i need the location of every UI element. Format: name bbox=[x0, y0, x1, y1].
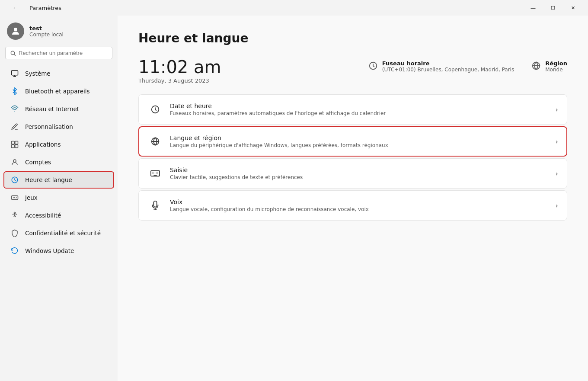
settings-desc-voix: Langue vocale, configuration du micropho… bbox=[170, 206, 556, 212]
settings-title-voix: Voix bbox=[170, 199, 556, 205]
settings-title-saisie: Saisie bbox=[170, 166, 556, 173]
clock-icon bbox=[368, 61, 378, 73]
svg-point-8 bbox=[13, 160, 16, 162]
nav-icon-windowsupdate bbox=[10, 247, 19, 255]
titlebar: ← Paramètres — ☐ ✕ bbox=[0, 0, 588, 16]
maximize-button[interactable]: ☐ bbox=[543, 1, 563, 15]
svg-point-11 bbox=[14, 212, 16, 214]
settings-item-langue-region[interactable]: Langue et région Langue du périphérique … bbox=[138, 126, 567, 157]
sidebar: test Compte local Système Bluetooth et a… bbox=[0, 16, 118, 381]
time-section: 11:02 am Thursday, 3 August 2023 bbox=[138, 58, 221, 84]
svg-point-0 bbox=[14, 28, 17, 31]
sidebar-item-bluetooth[interactable]: Bluetooth et appareils bbox=[3, 83, 114, 100]
current-date: Thursday, 3 August 2023 bbox=[138, 77, 221, 84]
svg-rect-5 bbox=[15, 141, 18, 144]
main-content: Heure et langue 11:02 am Thursday, 3 Aug… bbox=[118, 16, 588, 381]
nav-icon-heure bbox=[10, 176, 19, 184]
profile-name: test bbox=[29, 25, 64, 32]
nav-icon-confidentialite bbox=[10, 229, 19, 237]
minimize-button[interactable]: — bbox=[523, 1, 543, 15]
settings-icon-voix bbox=[147, 198, 163, 213]
sidebar-item-accessibilite[interactable]: Accessibilité bbox=[3, 207, 114, 224]
nav-icon-accessibilite bbox=[10, 211, 19, 220]
nav-label-confidentialite: Confidentialité et sécurité bbox=[25, 230, 101, 237]
nav-label-heure: Heure et langue bbox=[25, 176, 72, 183]
svg-rect-3 bbox=[12, 70, 18, 75]
region-value: Monde bbox=[545, 67, 567, 73]
nav-icon-comptes bbox=[10, 158, 19, 166]
sidebar-profile[interactable]: test Compte local bbox=[0, 16, 118, 45]
right-info: Fuseau horaire (UTC+01:00) Bruxelles, Co… bbox=[368, 58, 567, 73]
nav-label-windowsupdate: Windows Update bbox=[25, 247, 74, 254]
back-button[interactable]: ← bbox=[5, 1, 25, 15]
chevron-icon-date-heure: › bbox=[556, 106, 558, 114]
settings-desc-langue-region: Langue du périphérique d'affichage Windo… bbox=[170, 142, 556, 148]
nav-icon-reseau bbox=[10, 105, 19, 113]
info-bar: 11:02 am Thursday, 3 August 2023 Fuseau … bbox=[138, 58, 567, 84]
nav-label-bluetooth: Bluetooth et appareils bbox=[25, 88, 90, 95]
nav-label-systeme: Système bbox=[25, 70, 51, 77]
settings-content-saisie: Saisie Clavier tactile, suggestions de t… bbox=[170, 166, 556, 180]
close-button[interactable]: ✕ bbox=[563, 1, 583, 15]
fuseau-label: Fuseau horaire bbox=[382, 60, 514, 67]
sidebar-item-jeux[interactable]: Jeux bbox=[3, 189, 114, 206]
settings-title-langue-region: Langue et région bbox=[170, 134, 556, 141]
sidebar-nav: Système Bluetooth et appareils Réseau et… bbox=[0, 64, 118, 260]
chevron-icon-voix: › bbox=[556, 202, 558, 210]
settings-content-date-heure: Date et heure Fuseaux horaires, paramètr… bbox=[170, 102, 556, 116]
settings-icon-saisie bbox=[147, 166, 163, 181]
fuseau-info: Fuseau horaire (UTC+01:00) Bruxelles, Co… bbox=[368, 60, 514, 73]
titlebar-left: ← Paramètres bbox=[5, 1, 61, 15]
nav-icon-personnalisation bbox=[10, 122, 19, 131]
search-box[interactable] bbox=[5, 47, 112, 59]
page-title: Heure et langue bbox=[138, 31, 567, 45]
chevron-icon-langue-region: › bbox=[556, 138, 558, 146]
profile-info: test Compte local bbox=[29, 25, 64, 38]
nav-icon-systeme bbox=[10, 69, 19, 78]
avatar bbox=[7, 22, 24, 40]
sidebar-item-windowsupdate[interactable]: Windows Update bbox=[3, 242, 114, 259]
settings-icon-langue-region bbox=[147, 134, 163, 149]
titlebar-title: Paramètres bbox=[29, 5, 61, 11]
nav-label-comptes: Comptes bbox=[25, 159, 51, 166]
globe-icon bbox=[531, 61, 541, 73]
app-container: test Compte local Système Bluetooth et a… bbox=[0, 16, 588, 381]
settings-item-date-heure[interactable]: Date et heure Fuseaux horaires, paramètr… bbox=[138, 94, 567, 125]
settings-item-saisie[interactable]: Saisie Clavier tactile, suggestions de t… bbox=[138, 158, 567, 189]
settings-content-voix: Voix Langue vocale, configuration du mic… bbox=[170, 199, 556, 212]
svg-line-2 bbox=[14, 54, 16, 55]
sidebar-item-personnalisation[interactable]: Personnalisation bbox=[3, 118, 114, 135]
titlebar-controls: — ☐ ✕ bbox=[523, 1, 583, 15]
fuseau-text: Fuseau horaire (UTC+01:00) Bruxelles, Co… bbox=[382, 60, 514, 73]
region-text: Région Monde bbox=[545, 60, 567, 73]
settings-desc-date-heure: Fuseaux horaires, paramètres automatique… bbox=[170, 110, 556, 116]
fuseau-value: (UTC+01:00) Bruxelles, Copenhague, Madri… bbox=[382, 67, 514, 73]
sidebar-item-confidentialite[interactable]: Confidentialité et sécurité bbox=[3, 224, 114, 242]
settings-desc-saisie: Clavier tactile, suggestions de texte et… bbox=[170, 174, 556, 180]
nav-icon-jeux bbox=[10, 193, 19, 202]
nav-label-jeux: Jeux bbox=[25, 194, 38, 201]
svg-rect-7 bbox=[15, 145, 18, 148]
sidebar-item-reseau[interactable]: Réseau et Internet bbox=[3, 100, 114, 118]
sidebar-item-comptes[interactable]: Comptes bbox=[3, 154, 114, 171]
settings-item-voix[interactable]: Voix Langue vocale, configuration du mic… bbox=[138, 190, 567, 221]
nav-label-applications: Applications bbox=[25, 141, 61, 148]
svg-rect-6 bbox=[12, 145, 15, 148]
current-time: 11:02 am bbox=[138, 58, 221, 77]
svg-rect-4 bbox=[12, 141, 15, 144]
profile-account-type: Compte local bbox=[29, 32, 64, 38]
sidebar-item-heure[interactable]: Heure et langue bbox=[3, 171, 114, 189]
region-info: Région Monde bbox=[531, 60, 567, 73]
sidebar-item-applications[interactable]: Applications bbox=[3, 136, 114, 153]
region-label: Région bbox=[545, 60, 567, 67]
nav-icon-applications bbox=[10, 140, 19, 149]
settings-content-langue-region: Langue et région Langue du périphérique … bbox=[170, 134, 556, 148]
settings-title-date-heure: Date et heure bbox=[170, 102, 556, 109]
sidebar-item-systeme[interactable]: Système bbox=[3, 65, 114, 82]
settings-list: Date et heure Fuseaux horaires, paramètr… bbox=[138, 94, 567, 221]
search-input[interactable] bbox=[19, 50, 108, 56]
nav-icon-bluetooth bbox=[10, 87, 19, 96]
svg-point-1 bbox=[11, 51, 14, 54]
nav-label-reseau: Réseau et Internet bbox=[25, 106, 79, 112]
chevron-icon-saisie: › bbox=[556, 170, 558, 178]
